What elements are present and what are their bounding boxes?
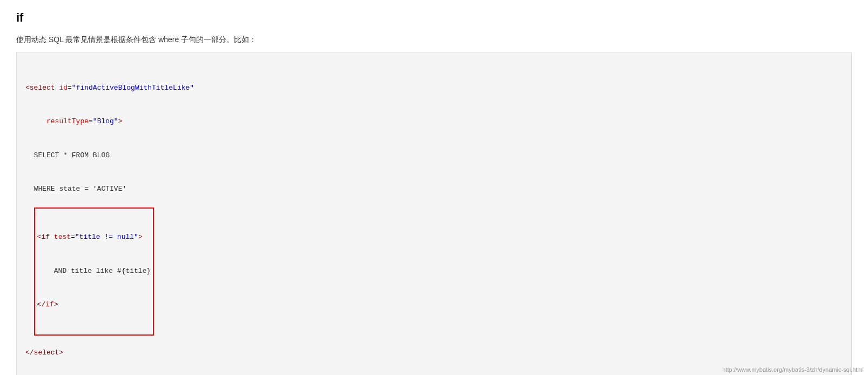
bottom-url: http://www.mybatis.org/mybatis-3/zh/dyna… bbox=[722, 366, 864, 373]
code-line-4: WHERE state = 'ACTIVE' bbox=[25, 184, 843, 195]
page-title: if bbox=[16, 11, 852, 25]
code-line-2: resultType="Blog"> bbox=[25, 116, 843, 128]
code-line-1: <select id="findActiveBlogWithTitleLike" bbox=[25, 83, 843, 94]
intro-paragraph: 使用动态 SQL 最常见情景是根据条件包含 where 子句的一部分。比如： bbox=[16, 34, 852, 45]
code-line-8: </select> bbox=[25, 347, 843, 359]
code-line-3: SELECT * FROM BLOG bbox=[25, 150, 843, 162]
code-highlight-1: <if test="title != null"> AND title like… bbox=[34, 207, 154, 336]
code-block-1: <select id="findActiveBlogWithTitleLike"… bbox=[16, 52, 852, 375]
